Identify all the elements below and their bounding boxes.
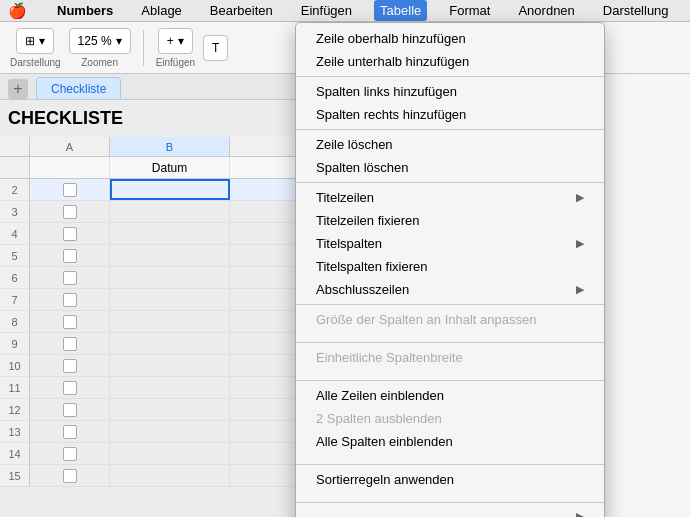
menu-item-titelspalten[interactable]: Titelspalten ▶ (296, 232, 604, 255)
menu-separator-2 (296, 129, 604, 130)
menu-item-spalten-loeschen[interactable]: Spalten löschen (296, 156, 604, 179)
menu-separator-8 (296, 502, 604, 503)
submenu-arrow-titelspalten: ▶ (576, 237, 584, 250)
submenu-arrow-titelzeilen: ▶ (576, 191, 584, 204)
menu-item-sortierregeln (296, 491, 604, 499)
menu-item-einheitlich-spalte[interactable] (296, 369, 604, 377)
menu-item-titelspalten-fixieren[interactable]: Titelspalten fixieren (296, 255, 604, 278)
tabelle-menu: Zeile oberhalb hinzufügen Zeile unterhal… (295, 22, 605, 517)
menu-item-alle-zeilen-einblenden: 2 Spalten ausblenden (296, 407, 604, 430)
menu-separator-6 (296, 380, 604, 381)
submenu-arrow-abschluss: ▶ (576, 283, 584, 296)
menu-item-spalten-links[interactable]: Spalten links hinzufügen (296, 80, 604, 103)
menu-separator-4 (296, 304, 604, 305)
menu-item-titelzeilen-fixieren[interactable]: Titelzeilen fixieren (296, 209, 604, 232)
menu-item-sortier-filter[interactable]: Sortierregeln anwenden (296, 468, 604, 491)
menu-item-zellen-fuellen[interactable]: ▶ (296, 506, 604, 517)
menu-item-zeile-unterhalb[interactable]: Zeile unterhalb hinzufügen (296, 50, 604, 73)
menu-item-spalten-ausblenden[interactable]: Alle Spalten einblenden (296, 430, 604, 453)
submenu-arrow-fuellen: ▶ (576, 510, 584, 517)
menu-separator-5 (296, 342, 604, 343)
menu-item-zeile-loeschen[interactable]: Zeile löschen (296, 133, 604, 156)
menu-separator-3 (296, 182, 604, 183)
menu-item-groesse-zeile: Größe der Spalten an Inhalt anpassen (296, 308, 604, 331)
dropdown-overlay[interactable]: Zeile oberhalb hinzufügen Zeile unterhal… (0, 0, 690, 517)
menu-separator-7 (296, 464, 604, 465)
menu-item-einheitlich-zeile: Einheitliche Spaltenbreite (296, 346, 604, 369)
menu-item-groesse-spalten[interactable] (296, 331, 604, 339)
menu-item-spalten-rechts[interactable]: Spalten rechts hinzufügen (296, 103, 604, 126)
menu-item-abschlusszeilen[interactable]: Abschlusszeilen ▶ (296, 278, 604, 301)
menu-item-titelzeilen[interactable]: Titelzeilen ▶ (296, 186, 604, 209)
menu-item-alle-spalten-einblenden (296, 453, 604, 461)
menu-separator-1 (296, 76, 604, 77)
menu-item-zeile-ausblenden[interactable]: Alle Zeilen einblenden (296, 384, 604, 407)
menu-item-zeile-oberhalb[interactable]: Zeile oberhalb hinzufügen (296, 27, 604, 50)
